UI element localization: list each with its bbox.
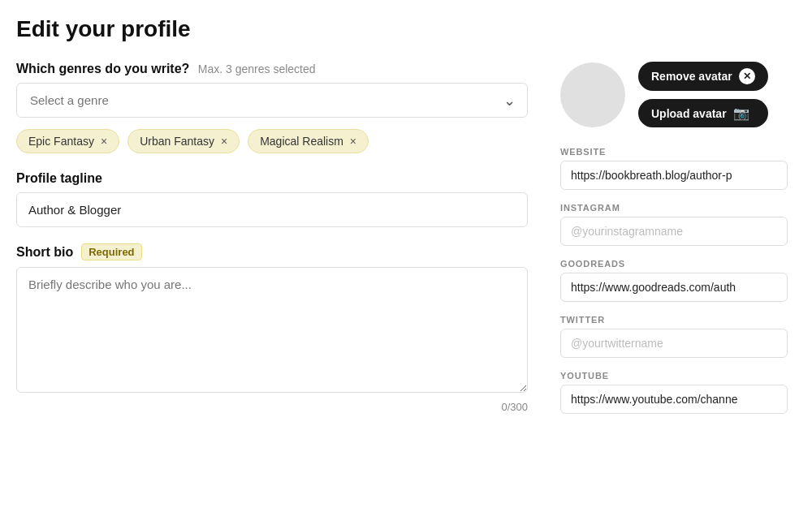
genre-tag-magical-realism[interactable]: Magical Realism × xyxy=(248,129,369,153)
twitter-label: TWITTER xyxy=(560,315,788,325)
website-input[interactable] xyxy=(560,161,788,190)
goodreads-input[interactable] xyxy=(560,273,788,302)
twitter-input[interactable] xyxy=(560,329,788,358)
avatar xyxy=(560,62,625,127)
genre-select-input[interactable] xyxy=(17,84,527,117)
genre-tag-remove-magical-realism[interactable]: × xyxy=(350,136,356,147)
genre-tag-label: Epic Fantasy xyxy=(28,135,94,148)
website-label: WEBSITE xyxy=(560,147,788,157)
bio-label-row: Short bio Required xyxy=(16,243,528,260)
avatar-section: Remove avatar ✕ Upload avatar 📷 xyxy=(560,62,788,127)
genre-select-wrapper[interactable]: ⌄ xyxy=(16,83,528,118)
upload-avatar-button[interactable]: Upload avatar 📷 xyxy=(638,99,768,127)
genre-tag-remove-urban-fantasy[interactable]: × xyxy=(221,136,227,147)
left-column: Which genres do you write? Max. 3 genres… xyxy=(16,62,528,501)
remove-avatar-button[interactable]: Remove avatar ✕ xyxy=(638,62,768,91)
tagline-label: Profile tagline xyxy=(16,171,528,186)
genres-note: Max. 3 genres selected xyxy=(198,62,316,75)
instagram-label: INSTAGRAM xyxy=(560,203,788,213)
genres-section: Which genres do you write? Max. 3 genres… xyxy=(16,62,528,153)
main-layout: Which genres do you write? Max. 3 genres… xyxy=(16,62,788,501)
camera-icon: 📷 xyxy=(733,105,749,121)
genre-tag-epic-fantasy[interactable]: Epic Fantasy × xyxy=(16,129,119,153)
genre-tag-urban-fantasy[interactable]: Urban Fantasy × xyxy=(127,129,240,153)
genre-tag-label: Magical Realism xyxy=(260,135,343,148)
bio-label: Short bio xyxy=(16,245,73,260)
youtube-input[interactable] xyxy=(560,385,788,414)
remove-avatar-label: Remove avatar xyxy=(651,70,732,83)
tagline-input[interactable] xyxy=(16,192,528,227)
tagline-section: Profile tagline xyxy=(16,171,528,243)
bio-textarea[interactable] xyxy=(16,267,528,393)
youtube-field: YOUTUBE xyxy=(560,371,788,414)
genre-tag-label: Urban Fantasy xyxy=(140,135,214,148)
bio-section: Short bio Required 0/300 xyxy=(16,243,528,413)
instagram-field: INSTAGRAM xyxy=(560,203,788,246)
page-container: Edit your profile Which genres do you wr… xyxy=(0,0,812,525)
genre-tags: Epic Fantasy × Urban Fantasy × Magical R… xyxy=(16,129,528,153)
genres-label: Which genres do you write? Max. 3 genres… xyxy=(16,62,528,76)
required-badge: Required xyxy=(81,243,141,260)
right-column: Remove avatar ✕ Upload avatar 📷 WEBSITE … xyxy=(560,62,788,501)
youtube-label: YOUTUBE xyxy=(560,371,788,381)
genre-tag-remove-epic-fantasy[interactable]: × xyxy=(101,136,107,147)
bio-character-count: 0/300 xyxy=(16,401,528,413)
goodreads-label: GOODREADS xyxy=(560,259,788,269)
twitter-field: TWITTER xyxy=(560,315,788,358)
upload-avatar-label: Upload avatar xyxy=(651,107,727,120)
close-icon: ✕ xyxy=(739,68,755,84)
page-title: Edit your profile xyxy=(16,16,788,42)
instagram-input[interactable] xyxy=(560,217,788,246)
goodreads-field: GOODREADS xyxy=(560,259,788,302)
website-field: WEBSITE xyxy=(560,147,788,190)
avatar-buttons: Remove avatar ✕ Upload avatar 📷 xyxy=(638,62,768,127)
